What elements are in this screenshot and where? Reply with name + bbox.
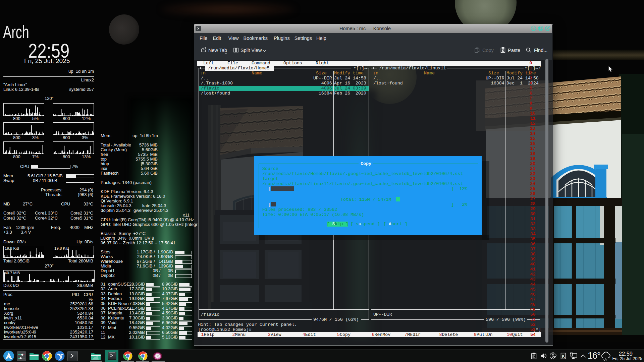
svg-text:K: K (562, 354, 565, 359)
